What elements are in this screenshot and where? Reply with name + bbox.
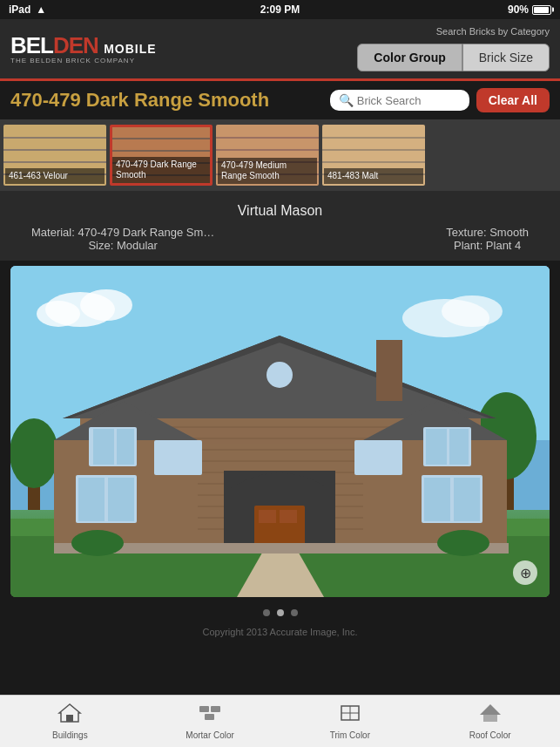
category-buttons: Color Group Brick Size xyxy=(357,44,550,71)
brick-thumb-2[interactable]: 470-479 Medium Range Smooth xyxy=(216,125,319,186)
svg-point-6 xyxy=(442,295,503,327)
search-box: 🔍 xyxy=(330,90,469,111)
status-left: iPad ▲ xyxy=(9,3,46,16)
svg-rect-34 xyxy=(280,510,297,523)
logo-area: BELDEN MOBILE THE BELDEN BRICK COMPANY xyxy=(10,34,157,65)
brick-thumb-label-0: 461-463 Velour xyxy=(5,168,105,184)
logo-mobile-text: MOBILE xyxy=(104,42,156,56)
vm-size: Size: Modular xyxy=(31,239,214,252)
roof-label: Roof Color xyxy=(469,730,511,740)
title-row: 470-479 Dark Range Smooth 🔍 Clear All xyxy=(0,81,560,119)
mortar-color-nav[interactable]: Mortar Color xyxy=(140,696,280,747)
header: BELDEN MOBILE THE BELDEN BRICK COMPANY S… xyxy=(0,19,560,81)
buildings-nav[interactable]: Buildings xyxy=(0,696,140,747)
search-icon: 🔍 xyxy=(339,93,354,107)
svg-point-53 xyxy=(437,530,489,556)
svg-rect-39 xyxy=(78,478,105,521)
brick-thumb-1[interactable]: 470-479 Dark Range Smooth xyxy=(110,125,213,186)
virtual-mason-section: Virtual Mason Material: 470-479 Dark Ran… xyxy=(0,191,560,261)
svg-rect-45 xyxy=(424,478,450,521)
brick-thumb-0[interactable]: 461-463 Velour xyxy=(3,125,106,186)
buildings-label: Buildings xyxy=(52,730,88,740)
brick-carousel: 461-463 Velour 470-479 Dark Range Smooth… xyxy=(0,119,560,191)
svg-rect-47 xyxy=(154,440,202,475)
roof-color-nav[interactable]: Roof Color xyxy=(420,696,560,747)
brick-thumb-label-3: 481-483 Malt xyxy=(324,168,423,184)
svg-rect-37 xyxy=(117,429,134,465)
brick-thumb-label-1: 470-479 Dark Range Smooth xyxy=(112,157,210,183)
svg-rect-40 xyxy=(108,478,134,521)
status-time: 2:09 PM xyxy=(260,3,300,16)
house-svg xyxy=(10,266,550,597)
dot-0[interactable] xyxy=(263,609,270,616)
svg-rect-58 xyxy=(205,714,214,720)
svg-marker-62 xyxy=(480,704,501,715)
buildings-icon xyxy=(57,703,82,729)
svg-point-3 xyxy=(80,289,132,321)
dots-pagination xyxy=(0,602,560,623)
svg-point-4 xyxy=(37,301,80,327)
trim-label: Trim Color xyxy=(330,730,370,740)
dot-2[interactable] xyxy=(291,609,298,616)
svg-rect-43 xyxy=(449,429,469,465)
header-right: Search Bricks by Category Color Group Br… xyxy=(357,26,550,71)
status-bar: iPad ▲ 2:09 PM 90% xyxy=(0,0,560,19)
battery-label: 90% xyxy=(508,3,529,16)
virtual-mason-details: Material: 470-479 Dark Range Sm… Size: M… xyxy=(14,226,546,252)
wifi-icon: ▲ xyxy=(36,3,46,16)
logo-den: DEN xyxy=(53,32,98,58)
mortar-icon xyxy=(198,703,222,729)
svg-rect-63 xyxy=(483,715,497,722)
copyright-text: Copyright 2013 Accurate Image, Inc. xyxy=(0,623,560,641)
vm-plant: Plant: Plant 4 xyxy=(446,239,529,252)
logo-subtitle: THE BELDEN BRICK COMPANY xyxy=(10,57,157,65)
svg-point-49 xyxy=(267,362,293,388)
svg-point-52 xyxy=(71,530,124,556)
brick-thumb-3[interactable]: 481-483 Malt xyxy=(322,125,425,186)
svg-rect-50 xyxy=(376,340,402,401)
trim-color-nav[interactable]: Trim Color xyxy=(280,696,421,747)
svg-rect-36 xyxy=(93,429,114,465)
color-group-button[interactable]: Color Group xyxy=(357,44,462,71)
dot-1[interactable] xyxy=(277,609,284,616)
svg-rect-42 xyxy=(426,429,447,465)
house-image-frame: ⊕ xyxy=(10,266,550,597)
svg-point-13 xyxy=(10,418,58,488)
svg-rect-46 xyxy=(454,478,480,521)
bottom-nav: Buildings Mortar Color Trim Color xyxy=(0,695,560,747)
logo-bel: BEL xyxy=(10,32,53,58)
trim-icon xyxy=(338,703,362,729)
mortar-label: Mortar Color xyxy=(186,730,234,740)
search-input[interactable] xyxy=(357,94,462,107)
svg-rect-55 xyxy=(66,715,73,722)
virtual-mason-title: Virtual Mason xyxy=(14,203,546,219)
brick-size-button[interactable]: Brick Size xyxy=(462,44,550,71)
device-label: iPad xyxy=(9,3,30,16)
logo-belden: BELDEN MOBILE xyxy=(10,34,157,57)
status-right: 90% xyxy=(508,3,551,16)
roof-icon xyxy=(478,703,503,729)
svg-rect-33 xyxy=(259,510,276,523)
house-area: ⊕ xyxy=(0,261,560,602)
clear-all-button[interactable]: Clear All xyxy=(476,88,550,112)
vm-material: Material: 470-479 Dark Range Sm… xyxy=(31,226,214,239)
brick-thumb-label-2: 470-479 Medium Range Smooth xyxy=(218,158,317,184)
svg-rect-48 xyxy=(354,440,402,475)
search-by-category-label: Search Bricks by Category xyxy=(436,26,550,37)
battery-icon xyxy=(532,5,551,15)
search-area: 🔍 Clear All xyxy=(330,88,550,112)
svg-rect-56 xyxy=(199,706,209,712)
page-title: 470-479 Dark Range Smooth xyxy=(10,89,269,112)
zoom-icon[interactable]: ⊕ xyxy=(513,560,537,585)
vm-texture: Texture: Smooth xyxy=(446,226,529,239)
svg-rect-57 xyxy=(211,706,220,712)
